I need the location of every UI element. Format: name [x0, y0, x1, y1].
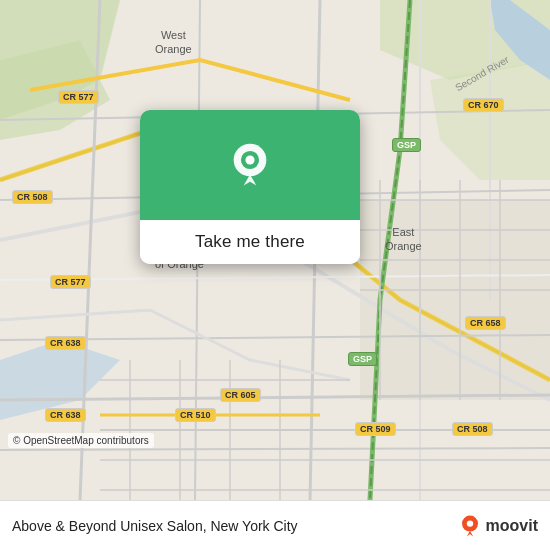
badge-cr508-left: CR 508: [12, 190, 53, 204]
moovit-pin-icon: [458, 514, 482, 538]
svg-point-33: [466, 520, 472, 526]
badge-gsp-bot: GSP: [348, 352, 377, 366]
badge-cr658: CR 658: [465, 316, 506, 330]
moovit-text: moovit: [486, 517, 538, 535]
badge-cr508-bot: CR 508: [452, 422, 493, 436]
badge-cr509: CR 509: [355, 422, 396, 436]
popup-card: Take me there: [140, 110, 360, 264]
badge-cr670: CR 670: [463, 98, 504, 112]
badge-cr605: CR 605: [220, 388, 261, 402]
osm-attribution: © OpenStreetMap contributors: [8, 433, 154, 448]
badge-cr577-top: CR 577: [58, 90, 99, 104]
badge-cr510: CR 510: [175, 408, 216, 422]
svg-point-31: [245, 155, 254, 164]
location-pin-icon: [225, 140, 275, 190]
map-container: WestOrange EastOrange of Orange Second R…: [0, 0, 550, 500]
moovit-logo: moovit: [458, 514, 538, 538]
badge-cr638-bot: CR 638: [45, 408, 86, 422]
badge-gsp-top: GSP: [392, 138, 421, 152]
badge-cr638-top: CR 638: [45, 336, 86, 350]
badge-cr577-mid: CR 577: [50, 275, 91, 289]
location-title: Above & Beyond Unisex Salon, New York Ci…: [12, 518, 458, 534]
popup-green-header: [140, 110, 360, 220]
bottom-bar: Above & Beyond Unisex Salon, New York Ci…: [0, 500, 550, 550]
take-me-there-button[interactable]: Take me there: [140, 220, 360, 264]
